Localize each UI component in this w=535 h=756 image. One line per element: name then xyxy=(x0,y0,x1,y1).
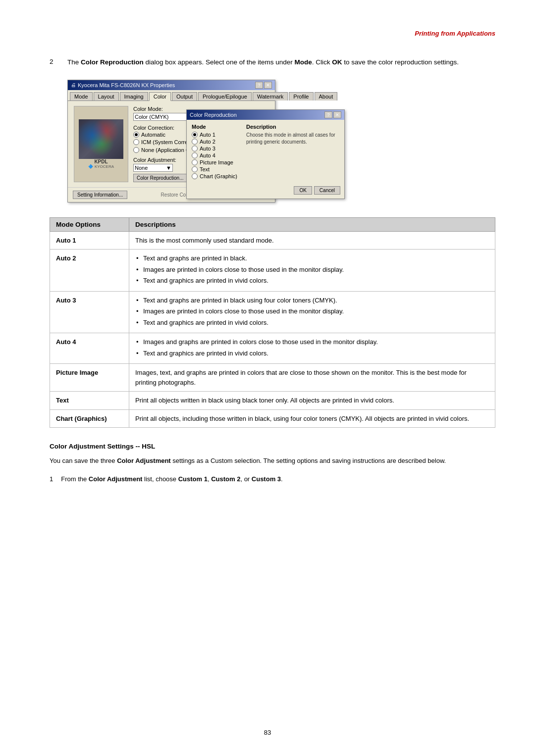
cr-radio-text-label: Text xyxy=(200,166,210,172)
toner-visual xyxy=(79,119,123,159)
auto3-bullet-3: Text and graphics are printed in vivid c… xyxy=(135,318,489,328)
auto2-bullet-2: Images are printed in colors close to th… xyxy=(135,265,489,275)
cr-close-button[interactable]: ✕ xyxy=(333,111,341,118)
cr-radio-picture-circle xyxy=(192,159,198,165)
tab-prologue[interactable]: Prologue/Epilogue xyxy=(198,92,252,101)
desc-chart: Print all objects, including those writt… xyxy=(129,409,495,428)
mode-options-table: Mode Options Descriptions Auto 1 This is… xyxy=(50,217,495,428)
table-row-auto4: Auto 4 Images and graphs are printed in … xyxy=(50,333,495,364)
step1-bold2: Custom 1 xyxy=(178,475,208,483)
cr-radio-chart-label: Chart (Graphic) xyxy=(200,173,237,179)
brand-icon: 🔷 xyxy=(88,164,93,169)
tab-mode[interactable]: Mode xyxy=(70,92,93,101)
color-adjustment-para: You can save the three Color Adjustment … xyxy=(50,456,495,466)
color-adjustment-heading: Color Adjustment Settings -- HSL xyxy=(50,443,495,450)
cr-radio-auto3-label: Auto 3 xyxy=(200,146,215,151)
printer-image xyxy=(79,119,123,159)
cr-radio-picture-label: Picture Image xyxy=(200,159,233,165)
cr-cancel-button[interactable]: Cancel xyxy=(314,186,340,195)
tab-profile[interactable]: Profile xyxy=(289,92,313,101)
mode-picture: Picture Image xyxy=(50,364,129,392)
close-button[interactable]: ✕ xyxy=(264,82,272,89)
step-1-number: 1 xyxy=(50,474,53,485)
color-repro-title: Color Reproduction xyxy=(190,112,237,118)
auto3-bullet-1: Text and graphs are printed in black usi… xyxy=(135,296,489,305)
page-number: 83 xyxy=(264,729,271,736)
table-row-chart: Chart (Graphics) Print all objects, incl… xyxy=(50,409,495,428)
radio-automatic-label: Automatic xyxy=(141,132,165,138)
cr-radio-auto1-circle xyxy=(192,132,198,138)
cr-radio-auto4[interactable]: Auto 4 xyxy=(192,152,241,158)
table-row-picture: Picture Image Images, text, and graphs a… xyxy=(50,364,495,392)
tab-imaging[interactable]: Imaging xyxy=(120,92,148,101)
mode-auto2: Auto 2 xyxy=(50,250,129,292)
tab-output[interactable]: Output xyxy=(172,92,197,101)
desc-auto2: Text and graphs are printed in black. Im… xyxy=(129,250,495,292)
cr-radio-auto1-label: Auto 1 xyxy=(200,132,215,138)
color-mode-value: Color (CMYK) xyxy=(135,114,168,120)
color-mode-select[interactable]: Color (CMYK) ▼ xyxy=(133,113,193,121)
radio-icm-circle xyxy=(133,139,139,145)
table-row-auto3: Auto 3 Text and graphs are printed in bl… xyxy=(50,291,495,333)
cr-radio-auto2[interactable]: Auto 2 xyxy=(192,139,241,145)
cr-left-panel: Mode Auto 1 Auto 2 Auto 3 xyxy=(192,124,241,180)
mode-chart: Chart (Graphics) xyxy=(50,409,129,428)
table-row-auto2: Auto 2 Text and graphs are printed in bl… xyxy=(50,250,495,292)
setting-info-btn[interactable]: Setting Information... xyxy=(73,191,127,199)
intro-paragraph: 2 The Color Reproduction dialog box appe… xyxy=(50,57,495,68)
tab-about[interactable]: About xyxy=(315,92,338,101)
kpdl-label: KPDL xyxy=(94,159,107,164)
cr-description-label: Description xyxy=(246,124,339,130)
tab-color[interactable]: Color xyxy=(149,92,171,101)
printer-icon: 🖨 xyxy=(71,82,76,88)
page-header: Printing from Applications xyxy=(50,30,495,37)
auto2-bullet-1: Text and graphs are printed in black. xyxy=(135,253,489,263)
desc-picture: Images, text, and graphs are printed in … xyxy=(129,364,495,392)
tab-watermark[interactable]: Watermark xyxy=(253,92,288,101)
auto2-bullets: Text and graphs are printed in black. Im… xyxy=(135,253,489,286)
auto3-bullet-2: Images are printed in colors close to th… xyxy=(135,306,489,316)
tab-layout[interactable]: Layout xyxy=(94,92,119,101)
step1-bold4: Custom 3 xyxy=(252,475,281,483)
table-row-auto1: Auto 1 This is the most commonly used st… xyxy=(50,231,495,250)
main-dialog-title: Kyocera Mita FS-C8026N KX Properties xyxy=(78,82,175,88)
cr-radio-chart[interactable]: Chart (Graphic) xyxy=(192,173,241,179)
ca-bold1: Color Adjustment xyxy=(117,457,171,464)
adj-select-arrow: ▼ xyxy=(166,165,171,171)
cr-radio-auto2-circle xyxy=(192,139,198,145)
cr-radio-auto3[interactable]: Auto 3 xyxy=(192,146,241,151)
help-button[interactable]: ? xyxy=(255,82,263,89)
cr-mode-label: Mode xyxy=(192,124,241,130)
cr-radio-auto3-circle xyxy=(192,146,198,151)
titlebar-left: 🖨 Kyocera Mita FS-C8026N KX Properties xyxy=(71,82,175,88)
intro-text: The Color Reproduction dialog box appear… xyxy=(67,57,459,68)
titlebar-buttons: ? ✕ xyxy=(255,82,272,89)
radio-automatic-circle xyxy=(133,132,139,138)
color-adjustment-select[interactable]: None ▼ xyxy=(133,164,173,172)
cr-radio-auto4-label: Auto 4 xyxy=(200,152,215,158)
color-repro-content: Mode Auto 1 Auto 2 Auto 3 xyxy=(187,120,344,184)
cr-radio-auto1[interactable]: Auto 1 xyxy=(192,132,241,138)
mode-auto1: Auto 1 xyxy=(50,231,129,250)
cr-radio-text[interactable]: Text xyxy=(192,166,241,172)
cr-radio-auto2-label: Auto 2 xyxy=(200,139,215,145)
desc-auto4: Images and graphs are printed in colors … xyxy=(129,333,495,364)
cr-ok-button[interactable]: OK xyxy=(294,186,312,195)
step-number: 2 xyxy=(50,57,59,68)
intro-bold-color-reproduction: Color Reproduction xyxy=(81,58,144,66)
step1-bold1: Color Adjustment xyxy=(89,475,143,483)
desc-auto1: This is the most commonly used standard … xyxy=(129,231,495,250)
dialog-tabs: Mode Layout Imaging Color Output Prologu… xyxy=(68,90,275,101)
brand-name: KYOCERA xyxy=(95,164,114,169)
cr-help-button[interactable]: ? xyxy=(324,111,332,118)
cr-radio-auto4-circle xyxy=(192,152,198,158)
desc-auto3: Text and graphs are printed in black usi… xyxy=(129,291,495,333)
table-row-text: Text Print all objects written in black … xyxy=(50,392,495,410)
auto3-bullets: Text and graphs are printed in black usi… xyxy=(135,296,489,328)
page-container: Printing from Applications 2 The Color R… xyxy=(0,0,535,756)
cr-title-buttons: ? ✕ xyxy=(324,111,341,118)
color-reproduction-btn[interactable]: Color Reproduction... xyxy=(133,174,187,182)
cr-description-text: Choose this mode in almost all cases for… xyxy=(246,132,339,146)
auto2-bullet-3: Text and graphics are printed in vivid c… xyxy=(135,276,489,286)
cr-radio-picture[interactable]: Picture Image xyxy=(192,159,241,165)
